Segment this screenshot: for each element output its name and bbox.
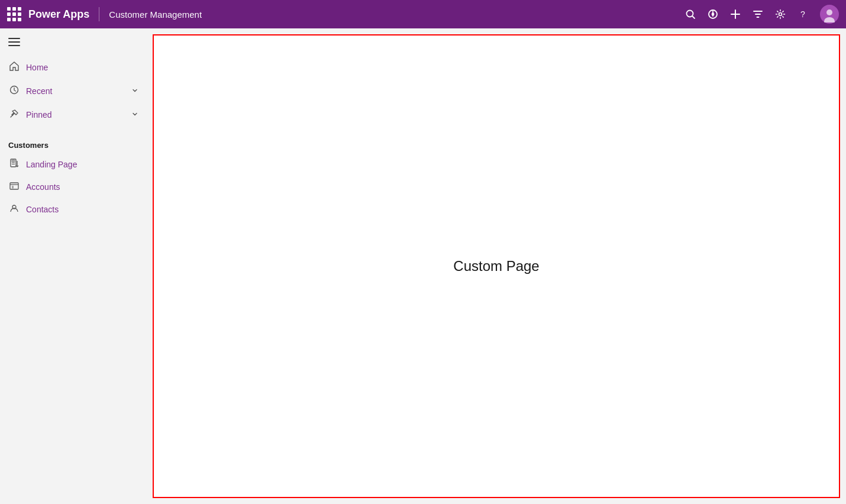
sidebar-nav: Home Recent — [0, 51, 147, 131]
landing-page-icon — [8, 159, 20, 170]
contacts-icon — [8, 203, 20, 215]
topbar-divider — [99, 7, 99, 21]
home-icon — [8, 62, 20, 73]
brand-name: Power Apps — [28, 8, 89, 21]
sidebar-item-home[interactable]: Home — [0, 56, 147, 79]
sidebar-item-recent[interactable]: Recent — [0, 79, 147, 103]
svg-rect-18 — [10, 183, 18, 189]
svg-line-1 — [693, 17, 695, 19]
svg-point-9 — [826, 9, 832, 15]
sidebar-item-accounts[interactable]: Accounts — [0, 176, 147, 198]
contacts-label: Contacts — [26, 205, 59, 214]
accounts-icon — [8, 181, 20, 193]
sidebar-item-pinned[interactable]: Pinned — [0, 103, 147, 127]
svg-point-6 — [779, 13, 782, 16]
pinned-label: Pinned — [26, 110, 125, 119]
recent-label: Recent — [26, 86, 125, 96]
user-avatar[interactable] — [820, 5, 839, 24]
main-content: Custom Page — [147, 28, 846, 504]
customers-section-header: Customers — [0, 131, 147, 153]
filter-icon[interactable] — [753, 9, 763, 20]
svg-point-0 — [687, 11, 693, 17]
svg-rect-14 — [12, 160, 15, 161]
sidebar-item-landing-page[interactable]: Landing Page — [0, 153, 147, 176]
topbar-actions: ? — [685, 5, 839, 24]
accounts-label: Accounts — [26, 182, 60, 192]
pinned-chevron — [131, 111, 138, 119]
recent-chevron — [131, 87, 138, 96]
help-icon[interactable]: ? — [797, 9, 808, 20]
app-name: Customer Management — [109, 9, 685, 20]
target-icon[interactable] — [708, 9, 718, 20]
search-icon[interactable] — [685, 9, 696, 20]
pin-icon — [8, 109, 20, 121]
sidebar-item-contacts[interactable]: Contacts — [0, 198, 147, 221]
sidebar: Home Recent — [0, 28, 147, 504]
home-label: Home — [26, 63, 138, 72]
recent-icon — [8, 85, 20, 97]
svg-text:?: ? — [800, 9, 805, 19]
svg-line-12 — [11, 115, 12, 117]
content-frame: Custom Page — [153, 34, 840, 498]
settings-icon[interactable] — [775, 9, 786, 20]
add-icon[interactable] — [730, 9, 741, 20]
hamburger-menu[interactable] — [0, 28, 147, 51]
page-placeholder: Custom Page — [453, 258, 539, 274]
landing-page-label: Landing Page — [26, 160, 77, 169]
waffle-menu[interactable] — [7, 7, 21, 21]
main-area: Home Recent — [0, 28, 846, 504]
topbar: Power Apps Customer Management — [0, 0, 846, 28]
